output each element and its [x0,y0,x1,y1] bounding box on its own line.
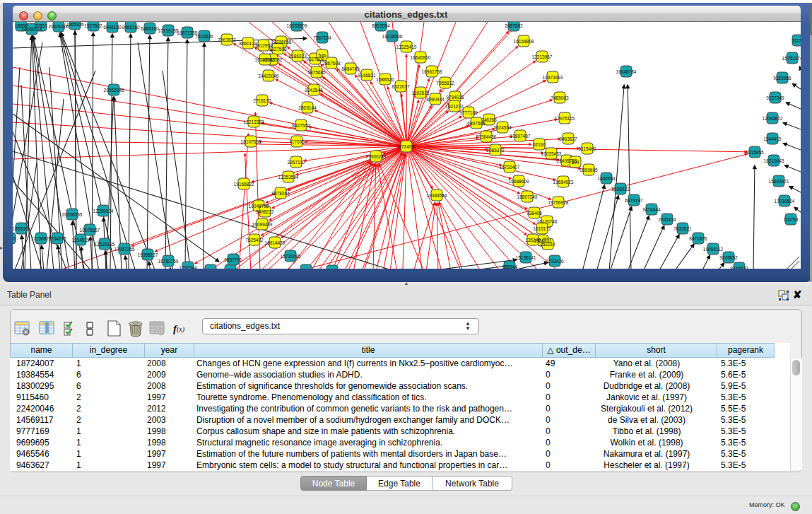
svg-text:16033809: 16033809 [287,23,307,28]
svg-text:16961758: 16961758 [422,69,442,74]
svg-text:1615172: 1615172 [533,226,551,231]
svg-text:11174: 11174 [792,38,801,43]
svg-text:5875685: 5875685 [307,70,326,75]
svg-text:9245012: 9245012 [297,268,315,269]
svg-text:19166822: 19166822 [234,182,254,187]
svg-text:9794028: 9794028 [446,95,464,100]
svg-text:12975115: 12975115 [555,116,575,121]
svg-text:19384554: 19384554 [427,193,447,198]
svg-text:12093872: 12093872 [763,116,783,121]
svg-text:12359924: 12359924 [93,209,114,214]
svg-text:19218506: 19218506 [382,34,403,39]
svg-text:10719155: 10719155 [158,28,179,33]
svg-text:252214: 252214 [540,242,555,247]
svg-text:62160: 62160 [533,142,546,147]
svg-text:17957255: 17957255 [114,247,135,252]
svg-text:9146821: 9146821 [358,73,376,78]
svg-text:15720407: 15720407 [500,165,520,170]
svg-text:135248: 135248 [525,238,541,243]
svg-text:(x): (x) [177,325,185,334]
svg-text:13325419: 13325419 [396,45,417,49]
svg-text:9245632: 9245632 [730,266,748,269]
svg-text:24420046: 24420046 [259,74,279,78]
svg-text:16648784: 16648784 [616,69,637,74]
svg-text:16099489: 16099489 [252,222,273,227]
svg-text:6897568: 6897568 [467,121,486,126]
svg-text:938406: 938406 [526,211,542,216]
svg-text:7485063: 7485063 [551,95,569,100]
svg-text:2935114: 2935114 [659,217,676,222]
svg-text:19358127: 19358127 [138,252,158,257]
svg-text:15692971: 15692971 [769,179,789,184]
svg-text:20364436: 20364436 [476,134,497,139]
svg-text:9857791: 9857791 [224,257,242,262]
svg-text:7515526: 7515526 [195,34,213,39]
svg-text:546: 546 [319,53,326,58]
svg-text:1292344: 1292344 [179,265,197,269]
svg-text:16640910: 16640910 [411,55,431,60]
svg-text:8813054: 8813054 [372,23,390,28]
svg-text:1588520: 1588520 [376,77,394,82]
svg-text:10025433: 10025433 [541,151,562,156]
svg-text:812544: 812544 [324,269,340,269]
svg-text:8471676: 8471676 [689,236,707,241]
svg-text:8186323: 8186323 [288,54,307,59]
svg-text:9115460: 9115460 [579,146,596,151]
svg-text:1154519: 1154519 [72,238,90,243]
svg-text:7357224: 7357224 [313,35,331,40]
svg-text:2718170: 2718170 [253,98,271,103]
svg-text:1733426: 1733426 [546,259,564,264]
svg-text:124504: 124504 [223,268,238,269]
svg-text:9329966: 9329966 [773,76,792,81]
svg-text:19654923: 19654923 [553,180,574,185]
svg-text:604: 604 [572,160,579,165]
svg-text:9777169: 9777169 [459,110,478,115]
svg-text:1244415: 1244415 [763,136,782,141]
svg-text:5498222: 5498222 [256,209,274,214]
svg-text:19756928: 19756928 [548,200,569,205]
svg-text:15716485: 15716485 [281,254,301,259]
svg-text:15751074: 15751074 [782,56,801,61]
svg-text:29053346: 29053346 [104,88,124,93]
svg-text:18724007: 18724007 [396,144,417,149]
svg-text:1065326: 1065326 [66,22,84,27]
svg-text:9227349: 9227349 [766,95,784,100]
svg-text:7632621: 7632621 [673,226,692,231]
svg-text:6466160: 6466160 [141,26,159,31]
svg-text:931854: 931854 [203,268,218,269]
svg-text:7625402: 7625402 [245,238,264,243]
svg-text:16107553: 16107553 [241,139,261,144]
svg-text:16782759: 16782759 [158,259,179,264]
svg-text:0899695: 0899695 [579,168,598,173]
svg-text:16154808: 16154808 [514,39,534,44]
svg-text:2487682: 2487682 [505,23,523,28]
svg-text:10975857: 10975857 [80,228,100,233]
svg-text:9466160: 9466160 [122,25,140,30]
svg-text:10688609: 10688609 [509,179,529,184]
svg-text:9463627: 9463627 [559,136,577,141]
svg-text:1162615: 1162615 [412,90,430,95]
svg-text:9327508: 9327508 [269,47,287,52]
svg-text:15136141: 15136141 [516,255,536,260]
svg-text:20206555: 20206555 [62,212,83,217]
svg-text:18807249: 18807249 [517,194,538,199]
svg-text:10973493: 10973493 [543,75,563,80]
svg-text:1527602: 1527602 [84,23,102,28]
svg-text:3624554: 3624554 [493,125,512,130]
svg-text:9245652: 9245652 [719,255,738,260]
svg-text:116753: 116753 [783,217,799,222]
svg-text:9474444: 9474444 [642,207,661,212]
svg-text:8427552: 8427552 [292,123,310,128]
svg-text:1621072: 1621072 [445,104,464,109]
svg-text:8454749: 8454749 [341,66,360,71]
svg-text:7955812: 7955812 [436,81,454,86]
svg-text:988544: 988544 [502,264,517,269]
svg-text:10807487: 10807487 [510,134,531,139]
svg-text:5938923: 5938923 [611,187,630,192]
svg-text:10120746: 10120746 [537,219,558,224]
svg-text:1885061: 1885061 [13,226,30,231]
svg-text:10046798: 10046798 [249,204,269,209]
svg-text:12213383: 12213383 [244,119,264,124]
svg-text:23900213: 23900213 [366,154,387,159]
svg-text:7663822: 7663822 [218,37,236,42]
